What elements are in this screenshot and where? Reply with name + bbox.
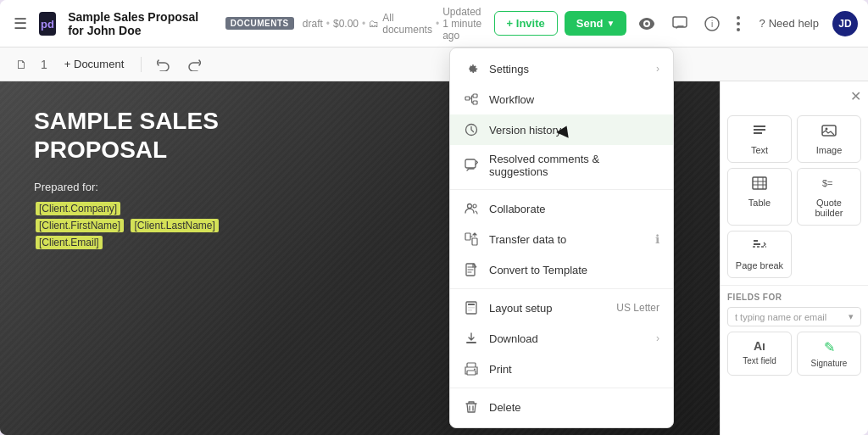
add-document-button[interactable]: + Document [58, 54, 131, 74]
client-email-field: [Client.Email] [36, 236, 103, 249]
text-block-label: Text [751, 145, 768, 155]
doc-location[interactable]: All documents [382, 12, 432, 36]
svg-rect-37 [467, 371, 476, 375]
svg-rect-18 [754, 240, 758, 242]
svg-text:pd: pd [41, 18, 54, 31]
download-icon [464, 331, 479, 346]
pd-logo: pd [39, 12, 56, 36]
svg-rect-8 [754, 129, 765, 131]
topbar-actions: + Invite Send ▼ i [494, 11, 858, 36]
info-icon[interactable]: i [699, 13, 725, 35]
fields-search-arrow: ▾ [849, 311, 854, 322]
settings-label: Settings [489, 63, 529, 75]
doc-meta: draft • $0.00 • 🗂 All documents • Update… [303, 6, 486, 42]
send-arrow-icon: ▼ [607, 19, 615, 28]
invite-button[interactable]: + Invite [494, 11, 558, 36]
menu-item-settings[interactable]: Settings › [450, 53, 673, 84]
resolved-comments-icon [464, 158, 479, 173]
chat-icon[interactable] [667, 13, 693, 35]
svg-rect-19 [754, 243, 760, 245]
settings-arrow-icon: › [656, 63, 659, 75]
redo-button[interactable] [182, 54, 206, 75]
panel-item-page-break[interactable]: Page break [727, 231, 792, 278]
svg-rect-25 [465, 159, 476, 168]
download-label: Download [489, 332, 538, 345]
svg-rect-35 [466, 342, 476, 343]
document-content: SAMPLE SALES PROPOSAL Prepared for: [Cli… [34, 107, 220, 251]
doc-folder-icon: 🗂 [369, 18, 379, 30]
menu-item-version-history[interactable]: Version history [450, 114, 673, 145]
svg-point-4 [737, 16, 740, 20]
undo-button[interactable] [152, 54, 175, 75]
right-panel: ✕ Text [720, 81, 868, 435]
convert-template-label: Convert to Template [489, 264, 587, 276]
client-fields: [Client.Company] [Client.FirstName] [Cli… [34, 200, 220, 251]
more-options-icon[interactable] [732, 13, 745, 35]
svg-rect-21 [465, 97, 470, 100]
svg-rect-9 [754, 132, 762, 134]
documents-badge: DOCUMENTS [225, 17, 294, 30]
layout-setup-icon [464, 300, 479, 315]
field-item-text[interactable]: Aı Text field [727, 332, 792, 376]
svg-rect-1 [673, 17, 687, 27]
preview-icon[interactable] [633, 14, 660, 33]
doc-title-line2: PROPOSAL [34, 137, 167, 163]
menu-item-collaborate[interactable]: Collaborate [450, 193, 673, 224]
menu-item-print[interactable]: Print [450, 354, 673, 384]
svg-point-5 [737, 22, 740, 25]
delete-icon [464, 399, 479, 415]
doc-status: draft [303, 18, 323, 30]
prepared-for-label: Prepared for: [34, 181, 220, 193]
help-button[interactable]: ? Need help [752, 14, 826, 33]
svg-text:$=: $= [822, 178, 833, 188]
client-firstname-field: [Client.FirstName] [36, 219, 124, 232]
panel-item-table[interactable]: Table [727, 168, 792, 226]
panel-item-quote-builder[interactable]: $= Quote builder [797, 168, 861, 226]
convert-template-icon [464, 262, 479, 277]
menu-item-resolved-comments[interactable]: Resolved comments & suggestions [450, 145, 673, 186]
doc-title-line1: SAMPLE SALES [34, 108, 219, 134]
topbar-left: ☰ pd Sample Sales Proposal for John Doe … [10, 6, 486, 42]
doc-title-display: SAMPLE SALES PROPOSAL [34, 107, 220, 164]
panel-item-image[interactable]: Image [797, 115, 861, 163]
layout-setup-label: Layout setup [489, 302, 552, 315]
menu-item-delete[interactable]: Delete [450, 392, 673, 422]
signature-label: Signature [811, 359, 848, 368]
svg-rect-12 [753, 177, 766, 189]
collaborate-icon [464, 201, 479, 216]
panel-items-grid: Text Image [727, 115, 861, 278]
menu-item-workflow[interactable]: Workflow [450, 84, 673, 114]
menu-item-transfer-data[interactable]: Transfer data to ℹ [450, 224, 673, 254]
panel-item-text[interactable]: Text [727, 115, 792, 163]
panel-close-button[interactable]: ✕ [850, 88, 861, 104]
field-item-signature[interactable]: ✎ Signature [797, 332, 861, 376]
menu-item-layout-setup[interactable]: Layout setup US Letter [450, 293, 673, 323]
svg-rect-29 [472, 238, 477, 245]
svg-point-11 [826, 128, 828, 131]
send-button[interactable]: Send ▼ [565, 11, 627, 36]
client-lastname-field: [Client.LastName] [131, 219, 218, 232]
menu-item-convert-template[interactable]: Convert to Template [450, 254, 673, 285]
page-break-icon [752, 238, 767, 257]
client-company-field: [Client.Company] [36, 202, 120, 215]
signature-icon: ✎ [824, 339, 835, 355]
fields-grid: Aı Text field ✎ Signature [727, 332, 861, 376]
layout-setup-value: US Letter [616, 302, 659, 314]
workflow-label: Workflow [489, 93, 534, 106]
svg-rect-34 [468, 310, 472, 311]
hamburger-icon[interactable]: ☰ [10, 11, 31, 36]
svg-rect-33 [468, 307, 475, 309]
fields-search-box[interactable]: t typing name or email ▾ [727, 307, 861, 326]
quote-builder-icon: $= [821, 176, 837, 194]
table-icon [752, 176, 767, 194]
transfer-data-label: Transfer data to [489, 233, 566, 246]
workflow-icon [464, 92, 479, 107]
svg-rect-22 [473, 94, 477, 98]
help-question: ? [759, 17, 765, 30]
topbar: ☰ pd Sample Sales Proposal for John Doe … [0, 0, 868, 47]
transfer-data-icon [464, 231, 479, 247]
menu-divider-1 [450, 189, 673, 190]
resolved-comments-label: Resolved comments & suggestions [489, 153, 659, 178]
doc-updated: Updated 1 minute ago [442, 6, 485, 42]
menu-item-download[interactable]: Download › [450, 323, 673, 354]
